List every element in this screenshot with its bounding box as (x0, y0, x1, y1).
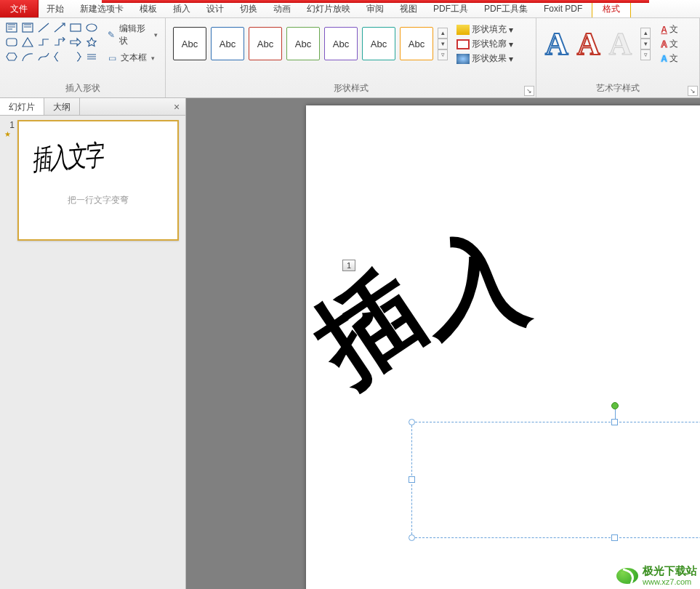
group-label-wordart: 艺术字样式 (541, 81, 695, 96)
text-fill-icon: A (661, 25, 667, 35)
resize-handle-ml[interactable] (409, 476, 415, 483)
shape-brace2-icon[interactable] (68, 50, 83, 63)
thumb-subtitle: 把一行文字变弯 (19, 194, 177, 207)
group-wordart-styles: A A A ▴ ▾ ▿ A 文 A 文 A (536, 18, 700, 97)
shape-connector-icon[interactable] (36, 36, 51, 49)
gallery-down-icon[interactable]: ▾ (438, 39, 448, 49)
shape-more-icon[interactable] (84, 50, 99, 63)
svg-rect-2 (71, 24, 81, 31)
text-box-icon: ▭ (106, 52, 118, 64)
style-swatch-3[interactable]: Abc (249, 27, 282, 60)
style-swatch-4[interactable]: Abc (286, 27, 320, 60)
dropdown-icon: ▾ (509, 39, 513, 49)
slide-thumbnail[interactable]: 插入文字 把一行文字变弯 (17, 120, 179, 241)
outline-icon (456, 39, 470, 49)
text-outline-label: 文 (669, 38, 678, 50)
text-box-label: 文本框 (121, 52, 147, 64)
effects-icon (456, 54, 470, 64)
shape-connector2-icon[interactable] (52, 36, 67, 49)
ribbon: ✎ 编辑形状 ▾ ▭ 文本框 ▾ 插入形状 Abc Abc Abc Abc Ab… (0, 18, 700, 98)
shape-effects-button[interactable]: 形状效果 ▾ (455, 52, 515, 65)
shape-triangle-icon[interactable] (20, 36, 35, 49)
dropdown-icon: ▾ (509, 25, 513, 35)
shape-outline-button[interactable]: 形状轮廓 ▾ (455, 37, 515, 51)
dropdown-icon: ▾ (509, 54, 513, 64)
watermark: 极光下载站 www.xz7.com (616, 565, 697, 586)
rotate-connector (615, 409, 616, 420)
edit-shape-label: 编辑形状 (119, 23, 150, 47)
gallery-up-icon[interactable]: ▴ (438, 28, 448, 39)
shape-blockarrow-icon[interactable] (68, 36, 83, 49)
text-effects-icon: A (661, 54, 667, 64)
gallery-more-icon[interactable]: ▿ (640, 49, 651, 60)
wordart-style-3[interactable]: A (609, 25, 632, 63)
text-fill-label: 文 (669, 23, 678, 36)
shapes-gallery[interactable] (4, 21, 99, 63)
close-icon[interactable]: × (168, 98, 185, 115)
wordart-text: 插入 (293, 220, 537, 405)
slide-number: 1 (4, 120, 15, 130)
workspace: 幻灯片 大纲 × 1 ★ 插入文字 把一行文字变弯 1 (0, 98, 700, 589)
resize-handle-tm[interactable] (611, 419, 618, 425)
text-effects-button[interactable]: A 文 (659, 52, 680, 65)
slide-canvas[interactable]: 1 插入 把一行文 (186, 98, 700, 589)
svg-text:插入: 插入 (293, 220, 537, 405)
text-outline-button[interactable]: A 文 (659, 37, 680, 51)
svg-point-3 (87, 24, 97, 31)
wordart-gallery[interactable]: A A A ▴ ▾ ▿ (541, 21, 655, 67)
edit-shape-button[interactable]: ✎ 编辑形状 ▾ (103, 21, 161, 49)
shape-effects-label: 形状效果 (472, 52, 507, 65)
wordart-style-1[interactable]: A (545, 25, 568, 63)
text-effects-label: 文 (669, 52, 678, 65)
resize-handle-bl[interactable] (409, 534, 415, 541)
shape-arc-icon[interactable] (20, 50, 35, 63)
group-launcher-icon[interactable]: ↘ (688, 86, 698, 96)
selected-textbox[interactable]: 把一行文 (411, 422, 700, 538)
shape-oval-icon[interactable] (84, 21, 99, 34)
group-label-shape-styles: 形状样式 (170, 81, 531, 96)
side-tab-slides[interactable]: 幻灯片 (0, 98, 44, 115)
style-swatch-1[interactable]: Abc (173, 27, 206, 60)
shape-line-icon[interactable] (36, 21, 51, 34)
shape-fill-label: 形状填充 (472, 23, 507, 36)
resize-handle-tl[interactable] (409, 419, 415, 425)
resize-handle-bm[interactable] (611, 534, 618, 541)
side-tab-outline[interactable]: 大纲 (44, 98, 80, 115)
shape-star-icon[interactable] (84, 36, 99, 49)
rotate-handle[interactable] (611, 402, 619, 409)
shape-arrow-icon[interactable] (52, 21, 67, 34)
tab-home[interactable]: 开始 (39, 0, 72, 17)
thumb-wordart: 插入文字 (32, 136, 105, 179)
shape-fill-button[interactable]: 形状填充 ▾ (455, 23, 515, 36)
text-outline-icon: A (661, 39, 667, 49)
tab-file[interactable]: 文件 (0, 0, 39, 17)
gallery-up-icon[interactable]: ▴ (640, 28, 651, 39)
shape-textbox-icon[interactable] (4, 21, 19, 34)
gallery-down-icon[interactable]: ▾ (640, 39, 651, 49)
shape-rect-icon[interactable] (68, 21, 83, 34)
style-swatch-5[interactable]: Abc (324, 27, 358, 60)
edit-shape-icon: ✎ (106, 29, 116, 41)
shape-textbox2-icon[interactable] (20, 21, 35, 34)
wordart-object[interactable]: 插入 (350, 258, 700, 389)
wordart-style-2[interactable]: A (577, 25, 600, 63)
style-swatch-6[interactable]: Abc (362, 27, 395, 60)
slide[interactable]: 1 插入 把一行文 (306, 105, 700, 589)
text-box-button[interactable]: ▭ 文本框 ▾ (103, 50, 161, 65)
svg-rect-4 (7, 39, 17, 46)
style-swatch-2[interactable]: Abc (211, 27, 244, 60)
shape-roundrect-icon[interactable] (4, 36, 19, 49)
shape-hexagon-icon[interactable] (4, 50, 19, 63)
gallery-more-icon[interactable]: ▿ (438, 49, 448, 60)
slide-panel: 幻灯片 大纲 × 1 ★ 插入文字 把一行文字变弯 (0, 98, 186, 589)
side-tabs: 幻灯片 大纲 × (0, 98, 185, 116)
text-fill-button[interactable]: A 文 (659, 23, 680, 36)
dropdown-icon: ▾ (151, 55, 155, 62)
wordart-scroll: ▴ ▾ ▿ (640, 28, 651, 60)
shape-brace-icon[interactable] (52, 50, 67, 63)
thumbnail-item[interactable]: 1 ★ 插入文字 把一行文字变弯 (4, 120, 181, 241)
group-launcher-icon[interactable]: ↘ (524, 86, 534, 96)
shape-curve-icon[interactable] (36, 50, 51, 63)
style-swatch-7[interactable]: Abc (400, 27, 433, 60)
shape-style-gallery[interactable]: Abc Abc Abc Abc Abc Abc Abc ▴ ▾ ▿ (170, 21, 451, 66)
